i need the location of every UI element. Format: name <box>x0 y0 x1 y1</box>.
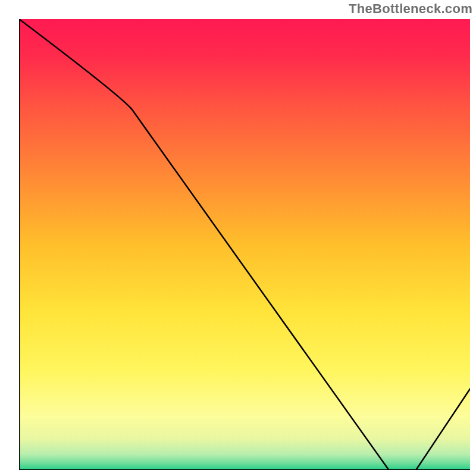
chart-background <box>19 19 470 470</box>
plot-area <box>19 19 470 470</box>
watermark-text: TheBottleneck.com <box>349 1 472 17</box>
chart-frame: TheBottleneck.com <box>0 0 476 476</box>
chart-svg <box>19 19 470 470</box>
